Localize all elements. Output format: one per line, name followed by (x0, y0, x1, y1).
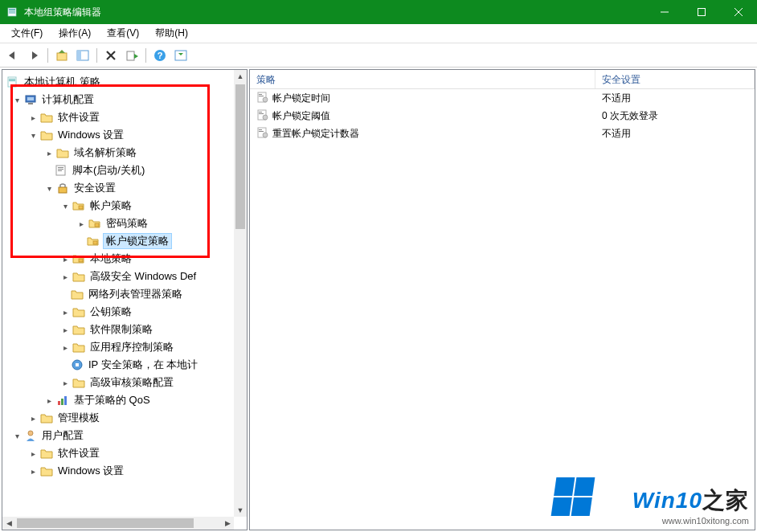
list-pane: 策略 安全设置 帐户锁定时间不适用帐户锁定阈值0 次无效登录重置帐户锁定计数器不… (249, 69, 755, 530)
tree-software-restriction[interactable]: ▸ 软件限制策略 (4, 321, 245, 338)
chevron-down-icon[interactable]: ▾ (10, 93, 23, 106)
policy-name: 帐户锁定阈值 (272, 109, 330, 123)
scroll-down-icon[interactable]: ▼ (234, 504, 247, 517)
svg-rect-45 (259, 96, 264, 96)
tree-user-windows[interactable]: ▸ Windows 设置 (4, 462, 245, 480)
tree-root[interactable]: 本地计算机 策略 (4, 73, 245, 91)
list-item[interactable]: 重置帐户锁定计数器不适用 (250, 125, 755, 142)
svg-rect-3 (9, 13, 15, 14)
folder-icon (55, 145, 70, 160)
folder-icon (72, 269, 86, 284)
tree-user-config[interactable]: ▾ 用户配置 (4, 427, 245, 444)
scroll-left-icon[interactable]: ◀ (2, 517, 15, 530)
svg-rect-24 (9, 80, 15, 81)
minimize-button[interactable] (646, 0, 683, 24)
chevron-right-icon[interactable]: ▸ (27, 111, 39, 124)
svg-rect-39 (58, 401, 60, 405)
column-security[interactable]: 安全设置 (595, 70, 755, 88)
policy-name: 帐户锁定时间 (272, 92, 330, 105)
list-header: 策略 安全设置 (250, 70, 755, 89)
menu-file[interactable]: 文件(F) (3, 24, 51, 43)
svg-rect-48 (259, 112, 262, 113)
svg-rect-27 (28, 103, 33, 104)
vertical-scrollbar[interactable]: ▲ ▼ (234, 70, 247, 517)
delete-button[interactable] (101, 46, 121, 65)
chevron-right-icon[interactable]: ▸ (43, 146, 55, 159)
horizontal-scrollbar[interactable]: ◀ ▶ (2, 517, 234, 530)
help-button[interactable]: ? (150, 46, 170, 65)
chevron-right-icon[interactable]: ▸ (59, 270, 72, 283)
chart-icon (55, 393, 70, 407)
folder-lock-icon (88, 216, 102, 231)
folder-lock-icon (72, 198, 86, 213)
tree-password-policy[interactable]: ▸ 密码策略 (4, 215, 245, 232)
svg-rect-13 (77, 51, 81, 60)
svg-rect-26 (27, 97, 34, 100)
chevron-right-icon[interactable]: ▸ (59, 376, 72, 389)
tree-user-software[interactable]: ▸ 软件设置 (4, 444, 245, 462)
tree-computer-config[interactable]: ▾ 计算机配置 (4, 91, 245, 108)
list-item[interactable]: 帐户锁定时间不适用 (250, 89, 755, 107)
tree-account-lockout[interactable]: 帐户锁定策略 (4, 232, 245, 250)
show-hide-tree-button[interactable] (73, 46, 92, 65)
folder-icon (72, 322, 86, 337)
menu-help[interactable]: 帮助(H) (147, 24, 196, 43)
chevron-down-icon[interactable]: ▾ (59, 199, 72, 212)
policy-value: 不适用 (595, 90, 755, 107)
folder-lock-icon (86, 234, 100, 248)
tree-local-policies[interactable]: ▸ 本地策略 (4, 250, 245, 268)
svg-rect-36 (79, 259, 83, 262)
list-item[interactable]: 帐户锁定阈值0 次无效登录 (250, 107, 755, 125)
svg-rect-1 (9, 9, 15, 10)
tree-advanced-firewall[interactable]: ▸ 高级安全 Windows Def (4, 268, 245, 285)
chevron-down-icon[interactable]: ▾ (27, 129, 39, 141)
svg-marker-9 (32, 51, 38, 59)
export-button[interactable] (122, 46, 141, 65)
svg-rect-5 (698, 9, 706, 16)
svg-rect-49 (259, 113, 264, 114)
tree-public-key[interactable]: ▸ 公钥策略 (4, 303, 245, 321)
chevron-right-icon[interactable]: ▸ (59, 341, 72, 354)
svg-point-46 (263, 97, 268, 102)
tree-name-resolution[interactable]: ▸ 域名解析策略 (4, 144, 245, 162)
close-button[interactable] (720, 0, 757, 24)
tree-scripts[interactable]: 脚本(启动/关机) (4, 162, 245, 179)
chevron-right-icon[interactable]: ▸ (59, 305, 72, 318)
filter-button[interactable] (171, 46, 190, 65)
chevron-down-icon[interactable]: ▾ (43, 182, 55, 194)
tree-security-settings[interactable]: ▾ 安全设置 (4, 179, 245, 197)
scroll-up-icon[interactable]: ▲ (234, 70, 247, 83)
tree-app-control[interactable]: ▸ 应用程序控制策略 (4, 338, 245, 356)
maximize-button[interactable] (683, 0, 720, 24)
tree-qos[interactable]: ▸ 基于策略的 QoS (4, 391, 245, 409)
tree-software-settings[interactable]: ▸ 软件设置 (4, 108, 245, 126)
chevron-right-icon[interactable]: ▸ (43, 394, 55, 407)
policy-item-icon (256, 91, 269, 106)
tree-account-policies[interactable]: ▾ 帐户策略 (4, 197, 245, 215)
policy-value: 不适用 (595, 125, 755, 142)
tree-advanced-audit[interactable]: ▸ 高级审核策略配置 (4, 374, 245, 391)
menu-action[interactable]: 操作(A) (51, 24, 99, 43)
chevron-right-icon[interactable]: ▸ (59, 252, 72, 265)
window-title: 本地组策略编辑器 (24, 6, 646, 19)
forward-button[interactable] (24, 46, 43, 65)
tree-ip-security[interactable]: IP 安全策略，在 本地计 (4, 356, 245, 374)
computer-icon (23, 92, 38, 107)
scroll-right-icon[interactable]: ▶ (221, 517, 234, 530)
svg-rect-31 (58, 170, 62, 171)
tree-network-list[interactable]: 网络列表管理器策略 (4, 285, 245, 303)
menu-view[interactable]: 查看(V) (99, 24, 147, 43)
watermark: Win10之家 www.win10xitong.com (632, 485, 749, 526)
column-policy[interactable]: 策略 (250, 70, 595, 88)
tree-windows-settings[interactable]: ▾ Windows 设置 (4, 126, 245, 144)
up-button[interactable] (52, 46, 72, 65)
chevron-right-icon[interactable]: ▸ (27, 411, 39, 424)
chevron-down-icon[interactable]: ▾ (10, 429, 23, 442)
chevron-right-icon[interactable]: ▸ (27, 447, 39, 460)
chevron-right-icon[interactable]: ▸ (59, 323, 72, 336)
chevron-right-icon[interactable]: ▸ (27, 464, 39, 477)
back-button[interactable] (3, 46, 23, 65)
tree-admin-templates[interactable]: ▸ 管理模板 (4, 409, 245, 427)
svg-rect-33 (79, 206, 83, 209)
chevron-right-icon[interactable]: ▸ (75, 217, 88, 230)
